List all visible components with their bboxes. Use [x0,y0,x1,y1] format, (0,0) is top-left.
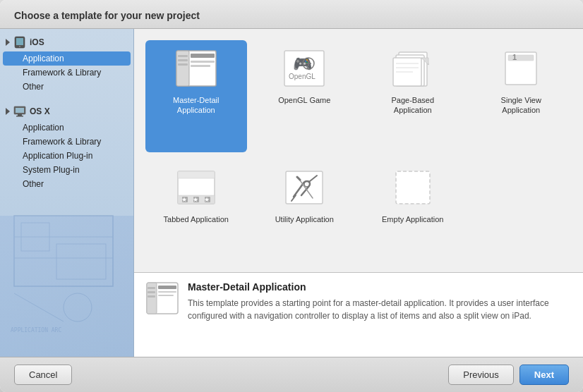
osx-device-icon [13,105,26,118]
template-tabbed[interactable]: ★ ★ ★ Tabbed Application [145,159,247,261]
svg-text:★: ★ [193,196,198,203]
sidebar-osx-label: OS X [30,106,50,116]
template-master-detail[interactable]: Master-DetailApplication [145,40,247,152]
svg-rect-18 [178,59,188,61]
cancel-button[interactable]: Cancel [14,365,72,385]
description-title: Master-Detail Application [188,281,572,293]
svg-point-10 [19,46,20,47]
svg-text:APPLICATION ARC: APPLICATION ARC [11,327,61,333]
sidebar-section-ios: iOS Application Framework & Library Othe… [0,29,133,98]
template-utility[interactable]: Utility Application [254,159,356,261]
utility-icon [282,165,327,210]
svg-text:★: ★ [181,196,187,203]
svg-rect-9 [16,38,23,45]
svg-rect-60 [158,291,176,293]
sidebar-item-osx-framework[interactable]: Framework & Library [0,135,133,149]
dialog-body: APPLICATION ARC iOS Application [0,29,583,357]
template-grid: Master-DetailApplication 🎮 OpenGL [134,29,583,272]
opengl-label: OpenGL Game [278,95,330,105]
dialog-header: Choose a template for your new project [0,0,583,29]
osx-triangle-icon [6,108,10,115]
sidebar-group-ios[interactable]: iOS [0,33,133,51]
sidebar-group-osx[interactable]: OS X [0,102,133,121]
description-text: Master-Detail Application This template … [188,281,572,322]
empty-icon [390,165,435,210]
navigation-buttons: Previous Next [448,365,569,385]
sidebar-item-osx-sys-plugin[interactable]: System Plug-in [0,163,133,177]
dialog-title: Choose a template for your new project [14,10,569,21]
description-body: This template provides a starting point … [188,297,572,322]
svg-rect-46 [178,171,215,178]
master-detail-label: Master-DetailApplication [173,95,219,116]
empty-label: Empty Application [382,214,443,224]
utility-label: Utility Application [275,214,334,224]
next-button[interactable]: Next [519,365,569,385]
page-based-label: Page-BasedApplication [391,95,434,116]
template-opengl-game[interactable]: 🎮 OpenGL OpenGL Game [254,40,356,152]
ios-triangle-icon [6,39,10,46]
opengl-icon: 🎮 OpenGL [282,46,327,91]
svg-rect-20 [191,54,215,58]
template-empty[interactable]: Empty Application [362,159,464,261]
svg-text:1: 1 [512,53,517,61]
svg-rect-53 [396,171,430,204]
svg-rect-22 [191,65,210,67]
dialog: Choose a template for your new project A… [0,0,583,392]
svg-rect-56 [148,287,155,289]
svg-rect-0 [14,216,113,286]
sidebar-item-application[interactable]: Application [3,51,131,66]
blueprint-watermark: APPLICATION ARC [7,209,120,336]
sidebar-item-osx-app-plugin[interactable]: Application Plug-in [0,149,133,163]
svg-rect-21 [191,61,215,63]
single-view-icon: 1 [498,46,543,91]
sidebar-item-framework-library[interactable]: Framework & Library [0,66,133,80]
description-panel: Master-Detail Application This template … [134,272,583,357]
svg-point-6 [64,293,92,321]
sidebar: APPLICATION ARC iOS Application [0,29,134,357]
svg-rect-57 [148,291,155,293]
previous-button[interactable]: Previous [448,365,514,385]
svg-rect-3 [21,223,49,251]
svg-text:OpenGL: OpenGL [289,73,315,80]
sidebar-item-osx-other[interactable]: Other [0,177,133,191]
tabbed-icon: ★ ★ ★ [174,165,219,210]
sidebar-section-osx: OS X Application Framework & Library App… [0,98,133,195]
ios-device-icon [13,36,26,49]
svg-rect-58 [148,295,155,298]
description-icon [145,281,179,315]
svg-rect-4 [56,244,106,279]
svg-line-5 [14,293,64,321]
svg-rect-13 [18,114,22,116]
sidebar-item-osx-application[interactable]: Application [0,121,133,135]
main-content: Master-DetailApplication 🎮 OpenGL [134,29,583,357]
dialog-footer: Cancel Previous Next [0,357,583,392]
svg-rect-61 [158,295,174,296]
page-based-icon [390,46,435,91]
svg-rect-17 [178,55,188,57]
svg-rect-12 [16,108,24,113]
single-view-label: Single ViewApplication [501,95,541,116]
svg-rect-59 [158,286,176,289]
svg-rect-14 [16,116,23,117]
master-detail-icon [174,46,219,91]
sidebar-ios-label: iOS [30,37,44,47]
svg-rect-19 [178,63,188,66]
svg-text:★: ★ [204,196,210,203]
tabbed-label: Tabbed Application [164,214,229,224]
template-page-based[interactable]: Page-BasedApplication [362,40,464,152]
sidebar-item-other[interactable]: Other [0,80,133,94]
template-single-view[interactable]: 1 Single ViewApplication [471,40,572,152]
